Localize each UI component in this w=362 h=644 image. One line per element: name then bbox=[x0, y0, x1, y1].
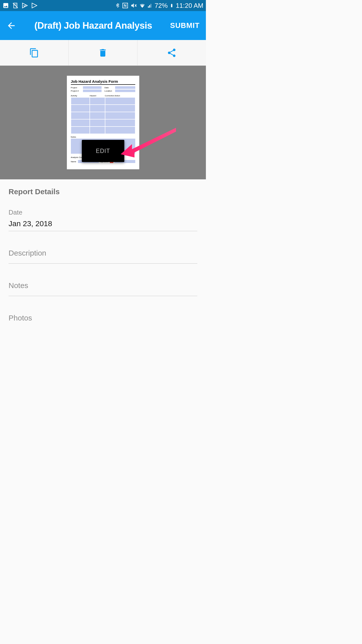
sim-icon bbox=[12, 2, 19, 9]
share-button[interactable] bbox=[138, 40, 206, 65]
status-left-icons bbox=[3, 2, 38, 9]
back-button[interactable] bbox=[5, 19, 18, 32]
battery-percent: 72% bbox=[155, 2, 168, 10]
action-bar bbox=[0, 40, 206, 66]
date-value: Jan 23, 2018 bbox=[9, 219, 197, 231]
play-store-icon bbox=[31, 2, 38, 9]
form-preview-thumbnail[interactable]: Job Hazard Analysis Form Project Date Pr… bbox=[67, 76, 139, 169]
form-title: Job Hazard Analysis Form bbox=[71, 79, 135, 84]
notes-field[interactable]: Notes bbox=[9, 281, 197, 296]
battery-icon bbox=[170, 2, 174, 9]
nfc-icon: N bbox=[122, 2, 128, 9]
svg-text:N: N bbox=[124, 3, 127, 8]
mute-icon bbox=[130, 2, 137, 9]
page-title: (Draft) Job Hazard Analysis bbox=[18, 20, 169, 31]
trash-icon bbox=[98, 48, 108, 58]
submit-button[interactable]: SUBMIT bbox=[169, 19, 201, 32]
image-icon bbox=[3, 2, 9, 9]
arrow-left-icon bbox=[6, 21, 16, 31]
date-label: Date bbox=[9, 209, 197, 216]
copy-button[interactable] bbox=[0, 40, 69, 65]
wifi-icon bbox=[139, 2, 146, 9]
play-check-icon bbox=[22, 2, 28, 9]
app-bar: (Draft) Job Hazard Analysis SUBMIT bbox=[0, 11, 206, 40]
edit-button[interactable]: EDIT bbox=[82, 140, 124, 162]
preview-area: Job Hazard Analysis Form Project Date Pr… bbox=[0, 66, 206, 179]
date-field[interactable]: Date Jan 23, 2018 bbox=[9, 209, 197, 231]
notes-label: Notes bbox=[9, 281, 197, 293]
status-bar: N 72% 11:20 AM bbox=[0, 0, 206, 11]
description-field[interactable]: Description bbox=[9, 249, 197, 264]
photos-label: Photos bbox=[9, 314, 197, 325]
clock-time: 11:20 AM bbox=[176, 2, 203, 10]
signal-icon bbox=[148, 2, 153, 9]
status-right: N 72% 11:20 AM bbox=[115, 2, 203, 10]
share-icon bbox=[167, 48, 177, 58]
section-title: Report Details bbox=[9, 187, 197, 196]
copy-icon bbox=[29, 48, 39, 58]
bluetooth-icon bbox=[115, 2, 120, 9]
report-details-section: Report Details Date Jan 23, 2018 Descrip… bbox=[0, 179, 206, 351]
description-label: Description bbox=[9, 249, 197, 260]
photos-field[interactable]: Photos bbox=[9, 314, 197, 325]
delete-button[interactable] bbox=[69, 40, 137, 65]
